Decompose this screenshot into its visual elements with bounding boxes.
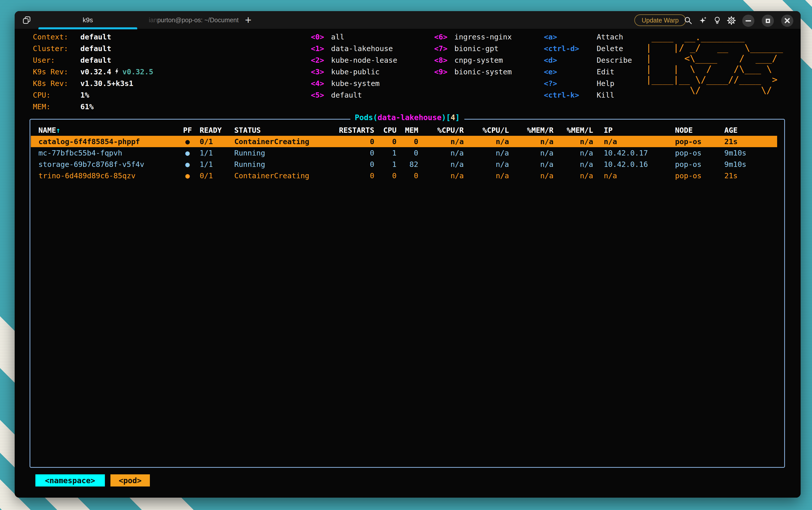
k9s-terminal: Context:defaultCluster:defaultUser:defau… xyxy=(14,29,801,498)
hotkey-label: kube-node-lease xyxy=(331,56,397,64)
hotkey-label: Help xyxy=(597,79,614,88)
hotkey-key: <0> xyxy=(311,31,331,43)
close-button[interactable] xyxy=(781,15,793,27)
namespace-hotkey-data-lakehouse: <1>data-lakehouse xyxy=(311,43,397,54)
column-header-pf: PF xyxy=(180,126,195,135)
cluster-info-row: MEM:61% xyxy=(33,101,153,113)
hotkey-key: <d> xyxy=(544,54,597,66)
action-hotkey-Edit: <e>Edit xyxy=(544,66,632,78)
hotkey-label: all xyxy=(331,33,344,41)
hotkey-label: kube-public xyxy=(331,67,380,76)
pod-cell-mem: 0 xyxy=(396,137,418,146)
pod-cell-status: ContainerCreating xyxy=(224,137,329,146)
maximize-button[interactable] xyxy=(762,15,774,27)
column-header-ready: READY xyxy=(195,126,224,135)
pod-cell-ip: n/a xyxy=(593,171,675,180)
tab-shell[interactable]: ianpurton@pop-os: ~/Document xyxy=(137,11,250,29)
pod-row-trino-6d489d89c6-85qzv[interactable]: trino-6d489d89c6-85qzv●0/1ContainerCreat… xyxy=(31,170,777,181)
pod-row-storage-69b7c8768f-v5f4v[interactable]: storage-69b7c8768f-v5f4v●1/1Running0182n… xyxy=(31,159,777,170)
hotkey-key: <e> xyxy=(544,66,597,78)
pod-cell-status: Running xyxy=(224,160,329,169)
namespace-hotkey-cnpg-system: <8>cnpg-system xyxy=(434,54,512,66)
pod-cell-cpu_r: n/a xyxy=(418,149,464,157)
pod-cell-cpu_r: n/a xyxy=(418,137,464,146)
cluster-info-label: K9s Rev: xyxy=(33,66,80,78)
breadcrumbs: <namespace><pod> xyxy=(35,474,150,486)
namespace-hotkey-default: <5>default xyxy=(311,89,397,101)
pod-cell-restarts: 0 xyxy=(329,149,374,157)
cluster-info-row: Cluster:default xyxy=(33,43,153,54)
column-header-age: AGE xyxy=(724,126,777,135)
pod-cell-age: 21s xyxy=(724,171,777,180)
cluster-info-panel: Context:defaultCluster:defaultUser:defau… xyxy=(33,31,153,113)
pod-cell-mem_r: n/a xyxy=(509,137,553,146)
action-hotkey-Delete: <ctrl-d>Delete xyxy=(544,43,632,54)
pf-status-dot: ● xyxy=(180,171,195,180)
pod-row-mc-77bfbc55b4-fqpvh[interactable]: mc-77bfbc55b4-fqpvh●1/1Running010n/an/an… xyxy=(31,147,777,159)
pod-cell-status: ContainerCreating xyxy=(224,171,329,180)
pod-cell-node: pop-os xyxy=(675,171,724,180)
pod-cell-cpu_l: n/a xyxy=(464,149,509,157)
pod-cell-mem_l: n/a xyxy=(553,137,593,146)
ai-sparkles-icon[interactable] xyxy=(698,16,708,26)
pod-cell-cpu: 1 xyxy=(374,160,396,169)
cluster-info-label: MEM: xyxy=(33,101,80,113)
cluster-info-value: 1% xyxy=(80,91,89,100)
hotkey-key: <a> xyxy=(544,31,597,43)
pod-cell-cpu: 1 xyxy=(374,149,396,157)
update-warp-button[interactable]: Update Warp xyxy=(634,15,686,26)
hotkey-label: Edit xyxy=(597,67,614,76)
pods-table: NAME↑PFREADYSTATUSRESTARTSCPUMEM%CPU/R%C… xyxy=(31,125,777,181)
pod-row-catalog-6f4f85854-phppf[interactable]: catalog-6f4f85854-phppf●0/1ContainerCrea… xyxy=(31,136,777,147)
pod-cell-ready: 1/1 xyxy=(195,160,224,169)
hotkey-label: data-lakehouse xyxy=(331,44,393,53)
pod-cell-age: 21s xyxy=(724,137,777,146)
cluster-info-row: K9s Rev:v0.32.4v0.32.5 xyxy=(33,66,153,78)
lightbulb-icon[interactable] xyxy=(712,16,722,26)
pods-table-panel: Pods(data-lakehouse)[4] NAME↑PFREADYSTAT… xyxy=(30,119,785,468)
tab-switcher-icon[interactable] xyxy=(22,15,32,25)
pod-cell-node: pop-os xyxy=(675,160,724,169)
namespace-hotkey-kube-system: <4>kube-system xyxy=(311,78,397,89)
active-tab-underline xyxy=(38,27,137,29)
crumb-namespace[interactable]: <namespace> xyxy=(35,474,105,486)
column-header-node: NODE xyxy=(675,126,724,135)
pod-cell-cpu_r: n/a xyxy=(418,160,464,169)
pod-cell-mem: 0 xyxy=(396,149,418,157)
sort-arrow-icon: ↑ xyxy=(56,126,60,135)
cluster-info-row: CPU:1% xyxy=(33,89,153,101)
pod-cell-restarts: 0 xyxy=(329,160,374,169)
hotkey-label: Attach xyxy=(597,33,623,41)
namespace-hotkey-bionic-system: <9>bionic-system xyxy=(434,66,512,78)
hotkey-key: <6> xyxy=(434,31,454,43)
namespace-hotkeys-column-1: <0>all<1>data-lakehouse<2>kube-node-leas… xyxy=(311,31,397,101)
cluster-info-row: K8s Rev:v1.30.5+k3s1 xyxy=(33,78,153,89)
hotkey-key: <3> xyxy=(311,66,331,78)
column-header-ip: IP xyxy=(593,126,675,135)
column-header--mem-l: %MEM/L xyxy=(553,126,593,135)
pod-cell-mem_l: n/a xyxy=(553,160,593,169)
pod-cell-cpu_l: n/a xyxy=(464,160,509,169)
cluster-info-value: default xyxy=(80,56,111,64)
search-icon[interactable] xyxy=(683,16,693,26)
pod-cell-cpu_r: n/a xyxy=(418,171,464,180)
tab-k9s[interactable]: k9s xyxy=(38,11,137,29)
settings-gear-icon[interactable] xyxy=(726,16,736,26)
pod-cell-mem_r: n/a xyxy=(509,160,553,169)
hotkey-label: default xyxy=(331,91,362,100)
tab-k9s-label: k9s xyxy=(83,16,93,24)
warp-terminal-window: k9s ianpurton@pop-os: ~/Document + Updat… xyxy=(14,11,801,498)
hotkey-label: ingress-nginx xyxy=(454,33,512,41)
hotkey-key: <ctrl-k> xyxy=(544,89,597,101)
pod-cell-ready: 0/1 xyxy=(195,137,224,146)
hotkey-label: bionic-gpt xyxy=(454,44,499,53)
minimize-button[interactable] xyxy=(742,15,754,27)
crumb-pod[interactable]: <pod> xyxy=(111,474,150,486)
action-hotkey-Kill: <ctrl-k>Kill xyxy=(544,89,632,101)
pod-cell-mem_r: n/a xyxy=(509,149,553,157)
hotkey-label: kube-system xyxy=(331,79,380,88)
hotkey-key: <4> xyxy=(311,78,331,89)
new-tab-button[interactable]: + xyxy=(242,11,254,29)
pod-cell-name: trino-6d489d89c6-85qzv xyxy=(38,171,180,180)
cluster-info-label: User: xyxy=(33,54,80,66)
